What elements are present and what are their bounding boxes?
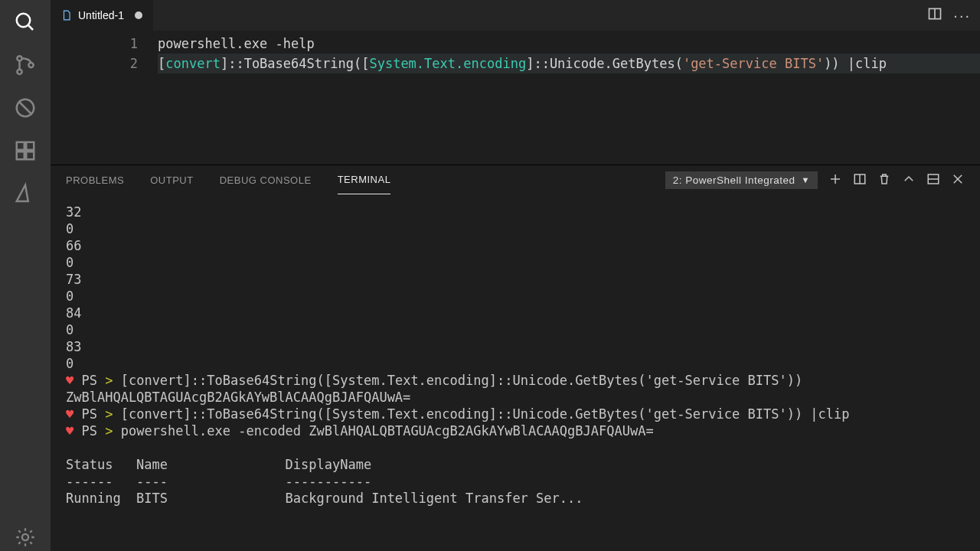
svg-point-2 [17, 56, 21, 60]
new-terminal-icon[interactable] [828, 172, 842, 188]
tab-problems[interactable]: PROBLEMS [66, 165, 124, 194]
kill-terminal-icon[interactable] [877, 172, 891, 188]
terminal-selector-label: 2: PowerShell Integrated [673, 174, 795, 186]
line-gutter: 1 2 [51, 34, 158, 165]
more-actions-icon[interactable]: ··· [950, 7, 974, 24]
code-line-2[interactable]: [convert]::ToBase64String([System.Text.e… [158, 54, 980, 73]
svg-line-6 [18, 101, 32, 115]
settings-gear-icon[interactable] [15, 527, 36, 551]
file-tab-label: Untitled-1 [78, 9, 124, 21]
maximize-panel-icon[interactable] [926, 172, 940, 188]
activity-bar [0, 0, 51, 551]
svg-line-1 [28, 25, 33, 30]
tab-terminal[interactable]: TERMINAL [338, 165, 391, 194]
tab-debug-console[interactable]: DEBUG CONSOLE [220, 165, 312, 194]
split-terminal-icon[interactable] [853, 172, 867, 188]
split-editor-icon[interactable] [927, 6, 942, 24]
file-tab-untitled[interactable]: Untitled-1 [51, 0, 153, 31]
code-line-1[interactable]: powershell.exe -help [158, 34, 980, 54]
dirty-indicator-icon [135, 11, 142, 19]
tab-output[interactable]: OUTPUT [150, 165, 193, 194]
close-panel-icon[interactable] [951, 172, 965, 188]
svg-point-11 [22, 534, 28, 540]
svg-point-0 [17, 14, 31, 28]
bottom-panel: PROBLEMS OUTPUT DEBUG CONSOLE TERMINAL 2… [51, 165, 980, 551]
svg-rect-10 [26, 152, 34, 159]
file-icon [61, 10, 72, 21]
svg-rect-9 [17, 152, 24, 159]
svg-point-4 [28, 63, 33, 67]
chevron-down-icon: ▼ [802, 175, 810, 184]
extensions-icon[interactable] [14, 139, 37, 165]
chevron-up-icon[interactable] [902, 172, 916, 188]
terminal-output[interactable]: 32 0 66 0 73 0 84 0 83 0 ♥ PS > [convert… [51, 194, 980, 551]
debug-icon[interactable] [14, 96, 37, 122]
editor-tabs: Untitled-1 ··· [51, 0, 980, 31]
source-control-icon[interactable] [14, 54, 37, 80]
azure-icon[interactable] [14, 182, 37, 208]
svg-rect-8 [26, 142, 34, 150]
search-icon[interactable] [14, 11, 37, 37]
svg-point-3 [17, 70, 21, 74]
panel-tabs: PROBLEMS OUTPUT DEBUG CONSOLE TERMINAL 2… [51, 165, 980, 194]
code-editor[interactable]: 1 2 powershell.exe -help [convert]::ToBa… [51, 31, 980, 165]
svg-rect-7 [17, 142, 24, 150]
terminal-selector[interactable]: 2: PowerShell Integrated ▼ [665, 171, 818, 189]
